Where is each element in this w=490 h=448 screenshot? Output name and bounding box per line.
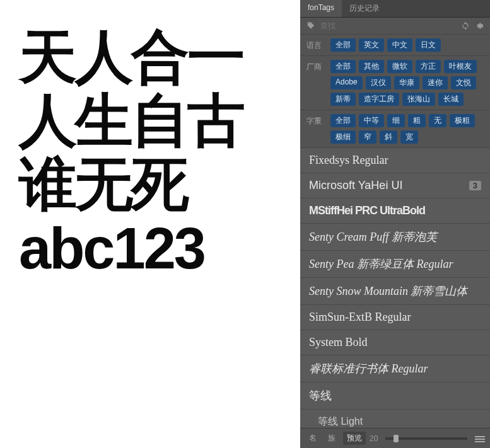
weight-tag[interactable]: 细 [387, 114, 405, 127]
font-item[interactable]: 睿联标准行书体 Regular [300, 355, 490, 382]
view-family-button[interactable]: 族 [324, 432, 339, 445]
font-item[interactable]: SimSun-ExtB Regular [300, 305, 490, 330]
font-item[interactable]: MStiffHei PRC UltraBold [300, 198, 490, 224]
font-name: Senty Pea 新蒂绿豆体 Regular [309, 256, 453, 272]
filter-vendor: 厂商 全部其他微软方正叶根友Adobe汉仪华康迷你文悦新蒂造字工房张海山长城 [300, 56, 490, 110]
weight-tag[interactable]: 极细 [330, 130, 356, 144]
vendor-tag[interactable]: 全部 [330, 60, 356, 73]
preview-size-value: 20 [370, 434, 378, 443]
vendor-tag[interactable]: Adobe [330, 76, 363, 89]
tab-fontags[interactable]: fonTags [300, 0, 342, 17]
weight-tag[interactable]: 全部 [330, 114, 356, 127]
footer-bar: 名 族 预览 20 [300, 428, 490, 448]
filter-label-language: 语言 [306, 38, 324, 51]
font-item[interactable]: Microsoft YaHei UI3 [300, 173, 490, 198]
weight-tag[interactable]: 粗 [408, 114, 426, 127]
vendor-tag[interactable]: 张海山 [402, 93, 435, 106]
vendor-tag[interactable]: 造字工房 [359, 93, 399, 106]
font-item[interactable]: Fixedsys Regular [300, 148, 490, 173]
filter-label-weight: 字重 [306, 114, 324, 127]
count-badge: 3 [469, 181, 481, 190]
vendor-tag[interactable]: 长城 [438, 93, 464, 106]
refresh-icon[interactable] [461, 21, 470, 30]
menu-icon[interactable] [475, 435, 485, 442]
font-name: Senty Snow Mountain 新蒂雪山体 [309, 284, 467, 299]
font-name: MStiffHei PRC UltraBold [309, 204, 425, 217]
weight-tag[interactable]: 窄 [359, 130, 376, 144]
vendor-tag[interactable]: 叶根友 [444, 60, 477, 73]
filter-language: 语言 全部英文中文日文 [300, 35, 490, 56]
font-item[interactable]: Senty Cream Puff 新蒂泡芙 [300, 224, 490, 251]
font-item[interactable]: Senty Snow Mountain 新蒂雪山体 [300, 278, 490, 305]
preview-line-4: abc123 [19, 217, 281, 280]
language-tags: 全部英文中文日文 [330, 38, 484, 52]
font-item[interactable]: 等线 Light [300, 410, 490, 428]
vendor-tags: 全部其他微软方正叶根友Adobe汉仪华康迷你文悦新蒂造字工房张海山长城 [330, 60, 484, 106]
vendor-tag[interactable]: 其他 [359, 60, 384, 73]
filter-label-vendor: 厂商 [306, 60, 324, 72]
preview-line-1: 天人合一 [19, 25, 281, 89]
font-name: 等线 [309, 388, 332, 403]
language-tag[interactable]: 日文 [416, 38, 441, 52]
search-input[interactable] [320, 21, 456, 30]
gear-icon[interactable] [475, 21, 484, 30]
weight-tag[interactable]: 无 [429, 114, 446, 127]
font-name: System Bold [309, 336, 368, 349]
slider-thumb[interactable] [394, 435, 399, 442]
vendor-tag[interactable]: 微软 [387, 60, 412, 73]
font-name: Senty Cream Puff 新蒂泡芙 [309, 229, 437, 244]
font-item[interactable]: 等线 [300, 382, 490, 410]
weight-tag[interactable]: 极粗 [450, 114, 475, 127]
font-item[interactable]: Senty Pea 新蒂绿豆体 Regular [300, 251, 490, 278]
vendor-tag[interactable]: 华康 [394, 76, 419, 89]
language-tag[interactable]: 英文 [359, 38, 384, 52]
weight-tag[interactable]: 斜 [380, 130, 397, 144]
vendor-tag[interactable]: 新蒂 [330, 93, 356, 106]
view-preview-button[interactable]: 预览 [343, 432, 366, 445]
font-item[interactable]: System Bold [300, 330, 490, 355]
weight-tags: 全部中等细粗无极粗极细窄斜宽 [330, 114, 484, 144]
preview-line-3: 谁无死 [19, 152, 281, 216]
font-name: Microsoft YaHei UI [309, 179, 402, 192]
language-tag[interactable]: 全部 [330, 38, 356, 52]
vendor-tag[interactable]: 迷你 [423, 76, 448, 89]
view-name-button[interactable]: 名 [305, 432, 320, 445]
tab-bar: fonTags 历史记录 [300, 0, 490, 18]
weight-tag[interactable]: 中等 [359, 114, 384, 127]
search-row [300, 18, 490, 35]
vendor-tag[interactable]: 方正 [416, 60, 441, 73]
filter-weight: 字重 全部中等细粗无极粗极细窄斜宽 [300, 110, 490, 148]
preview-line-2: 人生自古 [19, 89, 281, 152]
preview-text: 天人合一 人生自古 谁无死 abc123 [19, 25, 281, 280]
vendor-tag[interactable]: 文悦 [451, 76, 476, 89]
weight-tag[interactable]: 宽 [400, 130, 418, 144]
font-name: 等线 Light [318, 415, 363, 428]
font-panel: fonTags 历史记录 语言 全部英文中文日文 厂商 全部其他微软方正叶根友A… [300, 0, 490, 448]
font-name: 睿联标准行书体 Regular [309, 361, 428, 376]
language-tag[interactable]: 中文 [387, 38, 412, 52]
vendor-tag[interactable]: 汉仪 [366, 76, 391, 89]
size-slider[interactable] [385, 437, 467, 440]
font-name: SimSun-ExtB Regular [309, 311, 411, 324]
tab-history[interactable]: 历史记录 [342, 0, 387, 17]
preview-pane: 天人合一 人生自古 谁无死 abc123 [0, 0, 300, 448]
tag-icon [306, 21, 315, 30]
font-name: Fixedsys Regular [309, 154, 388, 167]
font-list[interactable]: Fixedsys RegularMicrosoft YaHei UI3MStif… [300, 148, 490, 428]
